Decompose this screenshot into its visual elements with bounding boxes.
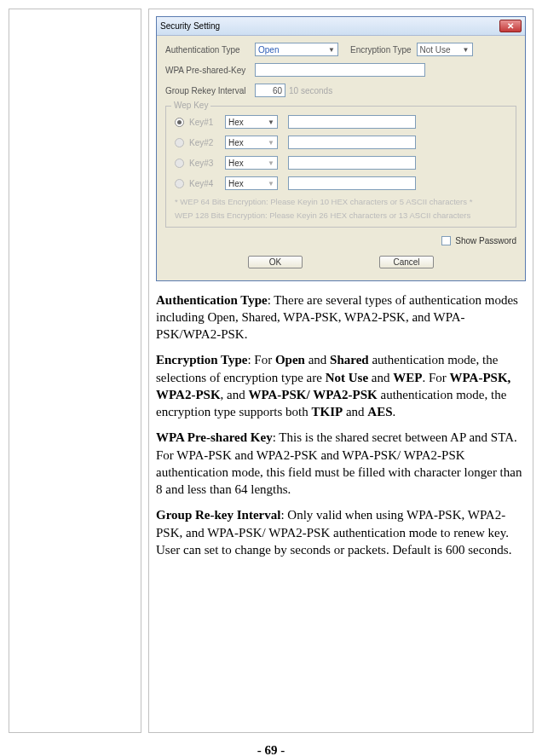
wep-key-legend: Wep Key — [171, 101, 210, 110]
enc-type-label: Encryption Type — [350, 45, 412, 55]
key4-label: Key#4 — [189, 179, 225, 188]
wep-key-row-3: Key#3 Hex ▼ — [175, 156, 507, 170]
cancel-button[interactable]: Cancel — [379, 256, 434, 268]
wep-key-row-1: Key#1 Hex ▼ — [175, 115, 507, 129]
radio-dot-icon — [177, 120, 182, 124]
key1-format-select[interactable]: Hex ▼ — [225, 115, 278, 129]
key4-input[interactable] — [288, 176, 416, 190]
para-psk: WPA Pre-shared Key: This is the shared s… — [156, 429, 526, 498]
auth-type-select[interactable]: Open ▼ — [255, 43, 338, 56]
key1-format-value: Hex — [228, 118, 244, 127]
enc-type-select[interactable]: Not Use ▼ — [417, 43, 473, 56]
show-password-label: Show Password — [455, 236, 516, 245]
key3-label: Key#3 — [189, 159, 225, 168]
left-sidebar-cell — [9, 9, 141, 733]
key1-label: Key#1 — [189, 118, 225, 127]
interval-value: 60 — [273, 86, 282, 95]
psk-label: WPA Pre-shared-Key — [165, 66, 255, 75]
wep-hint-1: * WEP 64 Bits Encryption: Please Keyin 1… — [175, 197, 507, 207]
chevron-down-icon: ▼ — [268, 139, 274, 147]
dialog-title: Security Setting — [160, 21, 220, 31]
dialog-titlebar: Security Setting ✕ — [157, 17, 525, 36]
page-number: - 69 - — [9, 743, 533, 756]
show-password-checkbox[interactable] — [441, 236, 451, 245]
key1-radio[interactable] — [175, 118, 184, 127]
chevron-down-icon: ▼ — [268, 180, 274, 188]
description-text: Authentication Type: There are several t… — [156, 291, 526, 559]
key2-format-select[interactable]: Hex ▼ — [225, 136, 278, 149]
chevron-down-icon: ▼ — [328, 46, 335, 54]
key2-label: Key#2 — [189, 138, 225, 147]
key1-input[interactable] — [288, 115, 416, 129]
key2-format-value: Hex — [228, 138, 244, 147]
para-enc-type: Encryption Type: For Open and Shared aut… — [156, 351, 526, 420]
psk-input[interactable] — [255, 63, 425, 77]
key4-format-select[interactable]: Hex ▼ — [225, 176, 278, 190]
chevron-down-icon: ▼ — [268, 159, 274, 167]
interval-input[interactable]: 60 — [255, 84, 285, 97]
wep-hint-2: WEP 128 Bits Encryption: Please Keyin 26… — [175, 211, 507, 221]
key2-input[interactable] — [288, 136, 416, 149]
interval-unit: 10 seconds — [289, 86, 332, 95]
bold-auth-type: Authentication Type — [156, 293, 268, 307]
para-interval: Group Re-key Interval: Only valid when u… — [156, 506, 526, 558]
key2-radio[interactable] — [175, 138, 184, 147]
key3-radio[interactable] — [175, 159, 184, 168]
close-icon: ✕ — [507, 21, 514, 32]
para-auth-type: Authentication Type: There are several t… — [156, 291, 526, 343]
wep-key-fieldset: Wep Key Key#1 Hex ▼ Key# — [165, 106, 516, 228]
chevron-down-icon: ▼ — [463, 46, 470, 54]
chevron-down-icon: ▼ — [268, 118, 274, 126]
security-setting-dialog: Security Setting ✕ Authentication Type O… — [156, 16, 526, 281]
key4-format-value: Hex — [228, 179, 244, 188]
interval-label: Group Rekey Interval — [165, 86, 255, 95]
ok-button[interactable]: OK — [248, 256, 303, 268]
right-content-cell: Security Setting ✕ Authentication Type O… — [148, 9, 533, 733]
key3-input[interactable] — [288, 156, 416, 170]
key3-format-value: Hex — [228, 159, 244, 168]
auth-type-value: Open — [258, 45, 279, 55]
enc-type-value: Not Use — [420, 45, 451, 55]
wep-key-row-2: Key#2 Hex ▼ — [175, 136, 507, 149]
wep-key-row-4: Key#4 Hex ▼ — [175, 176, 507, 190]
key4-radio[interactable] — [175, 179, 184, 188]
close-button[interactable]: ✕ — [499, 20, 522, 32]
auth-type-label: Authentication Type — [165, 45, 255, 55]
key3-format-select[interactable]: Hex ▼ — [225, 156, 278, 170]
